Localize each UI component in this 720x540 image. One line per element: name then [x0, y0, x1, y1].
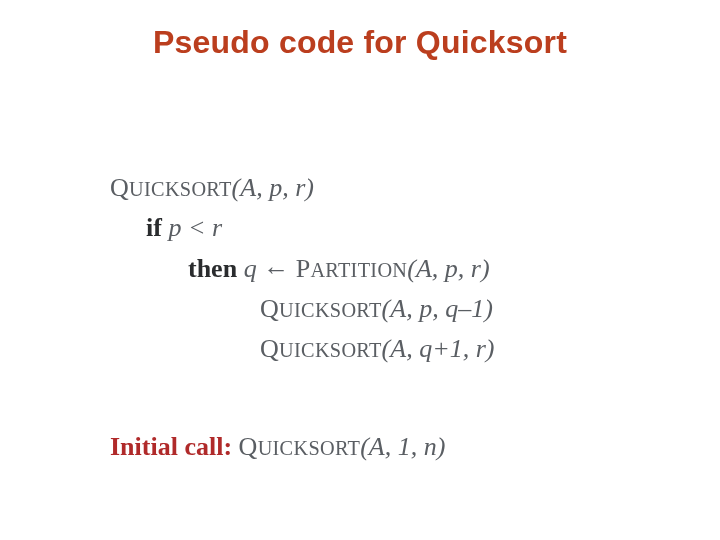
- kw-then: then: [188, 254, 237, 283]
- args-a1n: (A, 1, n): [360, 432, 445, 461]
- proc-name-quicksort-4: QUICKSORT: [239, 432, 361, 461]
- args-aq1r: (A, q+1, r): [382, 334, 495, 363]
- line-rec-call-2: QUICKSORT(A, q+1, r): [110, 329, 494, 369]
- line-rec-call-1: QUICKSORT(A, p, q–1): [110, 289, 494, 329]
- proc-name-quicksort-3: QUICKSORT: [260, 334, 382, 363]
- initial-call-label: Initial call:: [110, 432, 232, 461]
- pseudocode-block: QUICKSORT(A, p, r) if p < r then q ← PAR…: [110, 168, 494, 369]
- slide: Pseudo code for Quicksort QUICKSORT(A, p…: [0, 0, 720, 540]
- left-arrow-icon: ←: [263, 250, 289, 290]
- proc-name-partition: PARTITION: [296, 254, 408, 283]
- line-if: if p < r: [110, 208, 494, 248]
- slide-title: Pseudo code for Quicksort: [0, 0, 720, 61]
- proc-name-quicksort-2: QUICKSORT: [260, 294, 382, 323]
- initial-call-line: Initial call: QUICKSORT(A, 1, n): [110, 432, 445, 462]
- args-apr: (A, p, r): [232, 173, 314, 202]
- kw-if: if: [146, 213, 162, 242]
- assign-lhs: q: [244, 254, 257, 283]
- line-then-partition: then q ← PARTITION(A, p, r): [110, 249, 494, 289]
- proc-name-quicksort: QUICKSORT: [110, 173, 232, 202]
- args-apq1: (A, p, q–1): [382, 294, 493, 323]
- condition: p < r: [168, 213, 222, 242]
- args-apr-2: (A, p, r): [407, 254, 489, 283]
- line-proc-header: QUICKSORT(A, p, r): [110, 168, 494, 208]
